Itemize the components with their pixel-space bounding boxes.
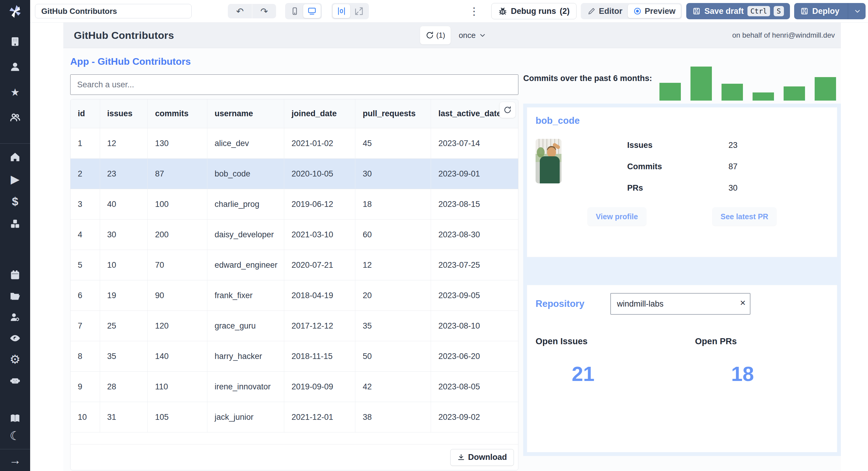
sidebar-item-settings[interactable]: ⚙	[8, 352, 22, 366]
sidebar-item-schedules[interactable]	[8, 268, 22, 281]
deploy-dropdown-button[interactable]	[852, 7, 863, 15]
contributors-table: id issues commits username joined_date p…	[70, 99, 518, 470]
user-card: bob_code Issues 23 Commits	[527, 107, 837, 257]
table-cell: 2023-09-02	[431, 402, 518, 432]
stat-value: 23	[728, 141, 738, 150]
table-row[interactable]: 1031105jack_junior2021-12-01382023-09-02	[70, 402, 518, 432]
table-row[interactable]: 835140harry_hacker2018-11-15502023-06-20	[70, 341, 518, 371]
stat-label: Issues	[627, 141, 728, 150]
table-row[interactable]: 725120grace_guru2017-12-12352023-08-10	[70, 310, 518, 341]
sidebar-item-user[interactable]	[8, 60, 22, 73]
table-cell: 3	[70, 189, 100, 219]
table-cell: edward_engineer	[207, 250, 284, 280]
undo-button[interactable]: ↶	[228, 4, 252, 19]
app-title-input[interactable]	[35, 4, 192, 19]
table-row[interactable]: 430200daisy_developer2021-03-10602023-08…	[70, 219, 518, 250]
table-refresh-button[interactable]	[499, 102, 516, 118]
table-cell: 42	[355, 372, 431, 402]
kbd-ctrl: Ctrl	[747, 6, 770, 16]
table-cell: 40	[100, 189, 148, 219]
eye-icon	[10, 333, 21, 344]
sidebar-item-workspace[interactable]	[8, 35, 22, 48]
save-draft-button[interactable]: Save draft Ctrl S	[686, 3, 790, 19]
sidebar-item-workers[interactable]	[8, 310, 22, 324]
table-footer-spacer	[70, 432, 518, 444]
sidebar-item-docs[interactable]	[8, 412, 22, 425]
editor-preview-toggle: Editor Preview	[581, 3, 682, 19]
more-menu-button[interactable]: ⋮	[464, 5, 485, 17]
stat-prs: PRs 30	[627, 183, 738, 193]
see-latest-pr-button[interactable]: See latest PR	[712, 207, 777, 226]
download-button[interactable]: Download	[450, 449, 514, 466]
debug-runs-button[interactable]: Debug runs (2)	[491, 3, 577, 19]
sidebar-item-audit-logs[interactable]	[8, 332, 22, 345]
preview-tab-label: Preview	[645, 7, 675, 16]
view-profile-button[interactable]: View profile	[587, 207, 647, 226]
table-cell: 10	[100, 250, 148, 280]
column-header-pull-requests[interactable]: pull_requests	[355, 99, 431, 128]
undo-redo-group: ↶ ↷	[228, 4, 276, 19]
centered-canvas-icon	[337, 7, 346, 16]
app-refresh-button[interactable]: (1)	[420, 26, 451, 44]
sidebar-item-ai[interactable]	[8, 374, 22, 387]
table-row[interactable]: 22387bob_code2020-10-05302023-09-01	[70, 159, 518, 189]
table-cell: 30	[100, 220, 148, 250]
table-cell: charlie_prog	[207, 189, 284, 219]
open-prs-label: Open PRs	[695, 336, 829, 346]
sidebar-item-dark-mode[interactable]: ☾	[8, 429, 22, 442]
sidebar-collapse-button[interactable]: →	[8, 453, 22, 467]
table-cell: 2021-12-01	[284, 402, 355, 432]
deploy-label: Deploy	[812, 7, 839, 16]
sidebar-item-favorites[interactable]: ★	[8, 86, 22, 99]
search-user-input[interactable]	[70, 74, 518, 95]
sidebar-item-folders[interactable]	[8, 290, 22, 303]
sidebar-item-variables[interactable]: $	[8, 195, 22, 208]
editor-tab[interactable]: Editor	[582, 4, 628, 18]
refresh-icon	[503, 106, 512, 114]
column-header-username[interactable]: username	[207, 99, 284, 128]
repository-input[interactable]	[610, 293, 750, 315]
centered-layout-button[interactable]	[333, 4, 350, 18]
table-row[interactable]: 51070edward_engineer2020-07-21122023-07-…	[70, 250, 518, 280]
sidebar-item-home[interactable]	[8, 150, 22, 164]
undo-icon: ↶	[236, 6, 244, 16]
table-cell: 19	[100, 280, 148, 310]
refresh-icon	[426, 31, 434, 39]
table-cell: 2023-08-05	[431, 372, 518, 402]
column-header-issues[interactable]: issues	[100, 99, 148, 128]
table-cell: 12	[355, 250, 431, 280]
redo-icon: ↷	[260, 6, 268, 16]
table-cell: 2023-09-01	[431, 159, 518, 189]
mobile-view-button[interactable]	[286, 4, 303, 18]
windmill-logo-icon[interactable]	[7, 3, 24, 20]
stat-value: 30	[728, 183, 738, 193]
table-cell: irene_innovator	[207, 372, 284, 402]
table-row[interactable]: 112130alice_dev2021-01-02452023-07-14	[70, 128, 518, 159]
table-cell: 18	[355, 189, 431, 219]
dollar-icon: $	[12, 196, 18, 207]
table-cell: 6	[70, 280, 100, 310]
column-header-id[interactable]: id	[70, 99, 100, 128]
table-cell: 25	[100, 311, 148, 341]
table-footer: Download	[70, 444, 518, 470]
clear-input-icon[interactable]: ×	[740, 297, 746, 308]
deploy-button[interactable]: Deploy	[794, 3, 866, 19]
column-header-commits[interactable]: commits	[147, 99, 207, 128]
sidebar-item-groups[interactable]	[8, 111, 22, 124]
redo-button[interactable]: ↷	[252, 4, 276, 19]
app-preview-header: GitHub Contributors (1) once on behalf o…	[63, 23, 841, 48]
table-row[interactable]: 340100charlie_prog2019-06-12182023-08-15	[70, 189, 518, 219]
desktop-view-button[interactable]	[303, 4, 321, 18]
table-cell: 130	[147, 128, 207, 159]
right-column: Commits over the past 6 months: bob_code…	[523, 56, 841, 470]
sidebar-item-resources[interactable]	[8, 217, 22, 230]
preview-tab[interactable]: Preview	[628, 4, 681, 18]
fullscreen-layout-button[interactable]	[350, 4, 368, 18]
table-cell: 70	[147, 250, 207, 280]
table-row[interactable]: 928110irene_innovator2019-09-09422023-08…	[70, 371, 518, 402]
user-cog-icon	[10, 312, 21, 323]
schedule-dropdown[interactable]: once	[459, 31, 487, 40]
table-row[interactable]: 61990frank_fixer2018-04-19202023-09-05	[70, 280, 518, 310]
column-header-joined-date[interactable]: joined_date	[284, 99, 355, 128]
sidebar-item-runs[interactable]: ▶	[8, 173, 22, 186]
